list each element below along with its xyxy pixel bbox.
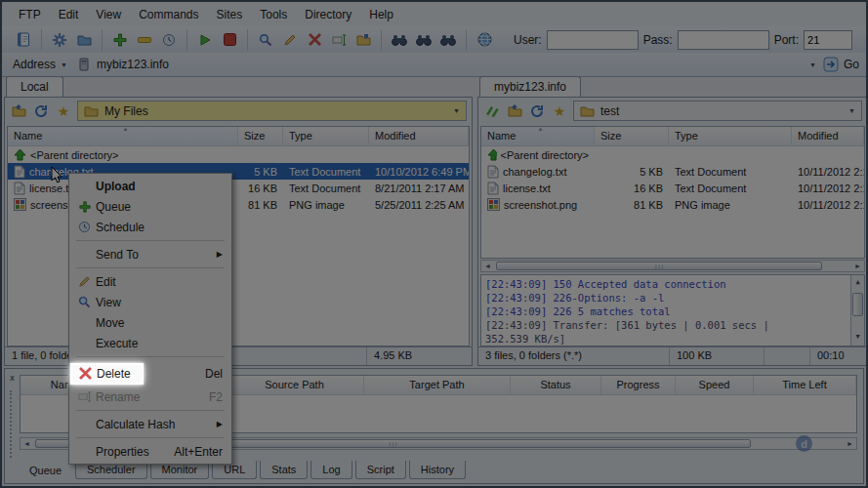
scroll-right-icon[interactable]: ► bbox=[844, 440, 856, 447]
site-manager-button[interactable] bbox=[15, 31, 32, 49]
menu-view[interactable]: View bbox=[87, 4, 130, 25]
queue-column-timeleft[interactable]: Time Left bbox=[754, 376, 856, 394]
schedule-button[interactable] bbox=[160, 31, 178, 49]
tab-log[interactable]: Log bbox=[310, 461, 351, 479]
play-icon bbox=[198, 33, 212, 47]
scroll-left-icon[interactable]: ◄ bbox=[21, 440, 33, 447]
tab-stats[interactable]: Stats bbox=[260, 461, 308, 479]
local-path-combobox[interactable]: My Files ▼ bbox=[77, 101, 467, 121]
remote-path-combobox[interactable]: test ▼ bbox=[573, 101, 862, 121]
remote-tab-strip: mybiz123.info bbox=[477, 76, 868, 97]
shortcut-f2: F2 bbox=[199, 390, 223, 404]
tab-history[interactable]: History bbox=[409, 461, 466, 479]
queue-close-button[interactable]: x bbox=[7, 373, 18, 384]
file-row-changelog[interactable]: changelog.txt 5 KBText Document10/11/201… bbox=[481, 163, 864, 180]
go-button[interactable]: Go bbox=[823, 57, 859, 72]
queue-column-target[interactable]: Target Path bbox=[364, 376, 511, 394]
menu-help[interactable]: Help bbox=[360, 4, 402, 25]
view-button[interactable] bbox=[257, 31, 274, 49]
refresh-button[interactable] bbox=[32, 102, 50, 120]
tab-script[interactable]: Script bbox=[355, 461, 406, 479]
move-button[interactable] bbox=[354, 31, 372, 49]
preferences-button[interactable] bbox=[51, 31, 68, 49]
remote-list-hscrollbar[interactable]: ◄ ► bbox=[480, 260, 865, 272]
connect-icon bbox=[485, 104, 499, 117]
column-header-modified[interactable]: Modified bbox=[792, 127, 864, 145]
column-header-type[interactable]: Type bbox=[283, 127, 369, 145]
remote-file-list: Name▲ Size Type Modified <Parent directo… bbox=[480, 126, 865, 259]
folder-arrow-icon bbox=[356, 33, 371, 46]
context-item-execute[interactable]: Execute bbox=[69, 333, 231, 353]
context-item-view[interactable]: View bbox=[69, 292, 231, 312]
file-row-parent[interactable]: <Parent directory> bbox=[8, 146, 469, 163]
transfer-stop-button[interactable] bbox=[221, 31, 238, 49]
context-item-move[interactable]: Move bbox=[69, 312, 231, 333]
menu-edit[interactable]: Edit bbox=[50, 4, 88, 25]
context-item-properties[interactable]: PropertiesAlt+Enter bbox=[69, 441, 231, 462]
queue-column-progress[interactable]: Progress bbox=[601, 376, 676, 394]
address-dropdown-icon[interactable]: ▼ bbox=[809, 61, 816, 68]
context-item-send-to[interactable]: Send To▶ bbox=[69, 244, 231, 264]
transfer-start-button[interactable] bbox=[196, 31, 214, 49]
rename-button[interactable] bbox=[330, 31, 348, 49]
connect-button[interactable] bbox=[483, 102, 501, 120]
local-tab-strip: Local bbox=[4, 76, 473, 97]
column-header-modified[interactable]: Modified bbox=[369, 127, 469, 145]
queue-drag-grip[interactable] bbox=[10, 390, 12, 458]
column-header-size[interactable]: Size bbox=[238, 127, 283, 145]
address-menu-button[interactable]: Address ▼ bbox=[9, 56, 71, 73]
scroll-down-icon[interactable]: ▼ bbox=[851, 330, 864, 346]
find-again-button[interactable] bbox=[415, 31, 433, 49]
column-header-name[interactable]: Name▲ bbox=[481, 127, 595, 145]
menu-ftp[interactable]: FTP bbox=[10, 4, 50, 25]
menu-directory[interactable]: Directory bbox=[296, 4, 360, 25]
menu-separator bbox=[76, 410, 225, 411]
favorites-button[interactable]: ★ bbox=[551, 102, 568, 120]
queue-column-status[interactable]: Status bbox=[511, 376, 601, 394]
context-item-rename[interactable]: RenameF2 bbox=[69, 386, 231, 407]
favorites-button[interactable]: ★ bbox=[55, 102, 72, 120]
context-item-queue[interactable]: Queue bbox=[69, 196, 231, 217]
file-row-screenshot[interactable]: screenshot.png 81 KBPNG image10/11/2012 … bbox=[481, 196, 864, 213]
tab-queue[interactable]: Queue bbox=[19, 461, 72, 479]
file-row-license[interactable]: license.txt 16 KBText Document10/11/2012… bbox=[481, 180, 864, 196]
tab-remote-site[interactable]: mybiz123.info bbox=[479, 76, 581, 97]
web-button[interactable] bbox=[475, 31, 493, 49]
remote-status-time: 00:10 bbox=[810, 347, 867, 365]
queue-column-speed[interactable]: Speed bbox=[676, 376, 754, 394]
pass-input[interactable] bbox=[678, 30, 769, 50]
folder-up-button[interactable] bbox=[10, 102, 27, 120]
menu-sites[interactable]: Sites bbox=[208, 4, 252, 25]
find-button[interactable] bbox=[391, 31, 408, 49]
context-item-schedule[interactable]: Schedule bbox=[69, 217, 231, 237]
menu-tools[interactable]: Tools bbox=[251, 4, 296, 25]
submenu-arrow-icon: ▶ bbox=[217, 420, 223, 428]
context-item-calculate-hash[interactable]: Calculate Hash▶ bbox=[69, 414, 231, 434]
menu-commands[interactable]: Commands bbox=[130, 4, 207, 25]
folder-up-button[interactable] bbox=[506, 102, 523, 120]
port-input[interactable] bbox=[804, 30, 852, 50]
column-header-name[interactable]: Name▲ bbox=[8, 127, 238, 145]
queue-add-button[interactable] bbox=[111, 31, 129, 49]
gear-icon bbox=[53, 33, 66, 47]
column-header-type[interactable]: Type bbox=[669, 127, 792, 145]
folders-button[interactable] bbox=[75, 31, 93, 49]
delete-button[interactable] bbox=[306, 31, 323, 49]
address-input[interactable]: mybiz123.info bbox=[97, 58, 803, 71]
column-header-size[interactable]: Size bbox=[595, 127, 669, 145]
find-files-button[interactable] bbox=[439, 31, 457, 49]
queue-remove-button[interactable] bbox=[136, 31, 153, 49]
context-item-edit[interactable]: Edit bbox=[69, 271, 231, 292]
tab-local[interactable]: Local bbox=[6, 76, 63, 97]
scroll-up-icon[interactable]: ▲ bbox=[851, 275, 864, 289]
queue-column-source[interactable]: Source Path bbox=[226, 376, 364, 394]
scroll-left-icon[interactable]: ◄ bbox=[481, 263, 494, 269]
context-item-delete[interactable]: Delete Del bbox=[69, 360, 231, 386]
edit-button[interactable] bbox=[281, 31, 299, 49]
log-vscrollbar[interactable]: ▲ ▼ bbox=[850, 275, 864, 346]
file-row-parent[interactable]: <Parent directory> bbox=[481, 146, 864, 163]
refresh-button[interactable] bbox=[528, 102, 546, 120]
context-item-upload[interactable]: Upload bbox=[69, 176, 231, 196]
user-input[interactable] bbox=[547, 30, 639, 50]
scroll-right-icon[interactable]: ► bbox=[851, 263, 864, 269]
